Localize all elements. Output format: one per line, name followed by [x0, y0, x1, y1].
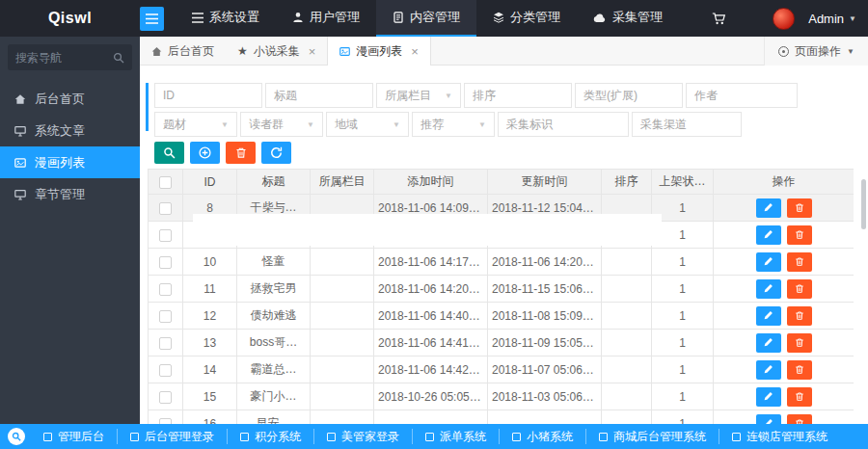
page-actions-button[interactable]: 页面操作 ▼: [764, 37, 868, 66]
topmenu-content-management[interactable]: 内容管理: [376, 0, 476, 37]
delete-row-button[interactable]: [787, 198, 812, 218]
filter-input-collect-channel[interactable]: [632, 112, 742, 137]
row-checkbox[interactable]: [159, 310, 172, 323]
filter-input-collect-mark[interactable]: [498, 112, 629, 137]
filter-input-type[interactable]: [575, 83, 683, 108]
tab-novel-collect[interactable]: ★ 小说采集 ×: [226, 37, 327, 66]
footer-link-xiaozhu-system[interactable]: 小猪系统: [499, 429, 585, 444]
tab-label: 后台首页: [168, 43, 214, 60]
sidebar-item-chapters[interactable]: 章节管理: [0, 178, 140, 210]
filter-input-author[interactable]: [686, 83, 798, 108]
row-checkbox[interactable]: [159, 256, 172, 269]
row-checkbox[interactable]: [159, 283, 172, 296]
footer-search-badge[interactable]: [8, 428, 25, 445]
select-all-checkbox[interactable]: [159, 176, 172, 189]
sidebar-item-articles[interactable]: 系统文章: [0, 115, 140, 146]
tab-bar: 后台首页 ★ 小说采集 × 漫画列表 × 页面操作 ▼: [140, 37, 868, 66]
footer-link-label: 商城后台管理系统: [613, 429, 706, 445]
footer-link-points-system[interactable]: 积分系统: [227, 429, 313, 444]
search-icon[interactable]: [113, 52, 124, 64]
refresh-button[interactable]: [261, 142, 291, 164]
delete-row-button[interactable]: [787, 279, 812, 299]
close-icon[interactable]: ×: [411, 44, 419, 59]
collapse-menu-button[interactable]: [140, 7, 164, 31]
topmenu-category-management[interactable]: 分类管理: [476, 0, 577, 37]
delete-row-button[interactable]: [787, 333, 812, 353]
topmenu-label: 用户管理: [310, 9, 360, 26]
filter-select-readers[interactable]: 读者群 ▼: [240, 112, 323, 137]
footer-link-admin-login[interactable]: 后台管理登录: [117, 429, 227, 444]
filter-input-id[interactable]: [154, 83, 262, 108]
cell-sort: [602, 410, 652, 425]
row-checkbox[interactable]: [159, 391, 172, 404]
trash-icon: [795, 364, 804, 375]
sidebar-item-comic-list[interactable]: 漫画列表: [0, 146, 140, 178]
edit-button[interactable]: [756, 306, 781, 326]
col-header-sort: 排序: [602, 170, 652, 195]
batch-delete-button[interactable]: [226, 142, 256, 164]
avatar[interactable]: [773, 8, 795, 30]
delete-row-button[interactable]: [787, 360, 812, 380]
footer-link-label: 小猪系统: [527, 429, 573, 445]
footer-link-chainstore-system[interactable]: 连锁店管理系统: [719, 429, 840, 444]
footer-link-admin[interactable]: 管理后台: [31, 429, 117, 444]
edit-button[interactable]: [756, 225, 781, 245]
delete-row-button[interactable]: [787, 225, 812, 245]
cell-status: 1: [652, 303, 714, 330]
filter-input-title[interactable]: [265, 83, 373, 108]
pencil-icon: [763, 364, 773, 375]
filter-select-genre[interactable]: 题材 ▼: [154, 112, 237, 137]
vertical-scrollbar-thumb[interactable]: [861, 179, 866, 229]
edit-button[interactable]: [756, 360, 781, 380]
edit-button[interactable]: [756, 198, 781, 218]
row-checkbox[interactable]: [159, 229, 172, 242]
filter-select-category[interactable]: 所属栏目 ▼: [376, 83, 461, 108]
edit-button[interactable]: [756, 252, 781, 272]
row-actions: [718, 414, 850, 425]
star-icon: ★: [237, 44, 248, 58]
delete-row-button[interactable]: [787, 387, 812, 407]
table-row: 12 债劫难逃 2018-11-06 14:40:23 2018-11-08 1…: [149, 303, 854, 330]
sidebar-search-input[interactable]: [15, 51, 113, 65]
cell-status: 1: [652, 276, 714, 303]
pencil-icon: [763, 337, 773, 348]
row-checkbox[interactable]: [159, 202, 172, 215]
layers-icon: [493, 12, 504, 23]
pencil-icon: [763, 229, 773, 240]
cell-category: [311, 303, 374, 330]
search-button[interactable]: [154, 142, 184, 164]
filter-select-recommend[interactable]: 推荐 ▼: [412, 112, 495, 137]
tab-home[interactable]: 后台首页: [140, 37, 226, 66]
filter-select-region[interactable]: 地域 ▼: [326, 112, 409, 137]
sidebar-item-home[interactable]: 后台首页: [0, 83, 140, 115]
edit-button[interactable]: [756, 333, 781, 353]
filter-row-1: 所属栏目 ▼: [154, 83, 798, 108]
cell-status: 1: [652, 249, 714, 276]
footer-link-dispatch-system[interactable]: 派单系统: [412, 429, 499, 444]
cell-category: [311, 330, 374, 357]
edit-button[interactable]: [756, 279, 781, 299]
user-menu[interactable]: Admin ▼: [808, 12, 856, 26]
delete-row-button[interactable]: [787, 252, 812, 272]
edit-button[interactable]: [756, 387, 781, 407]
row-checkbox[interactable]: [159, 337, 172, 350]
topmenu-collect-management[interactable]: 采集管理: [577, 0, 679, 37]
topmenu-system-settings[interactable]: 系统设置: [176, 0, 276, 37]
cell-category: [311, 383, 374, 410]
chevron-down-icon: ▼: [393, 120, 400, 129]
topmenu-user-management[interactable]: 用户管理: [276, 0, 376, 37]
edit-button[interactable]: [756, 414, 781, 425]
footer-link-icon: [43, 433, 52, 441]
cell-update-time: 2018-11-15 15:06:27: [488, 276, 602, 303]
add-button[interactable]: [190, 142, 220, 164]
footer-link-meiguanjia-login[interactable]: 美管家登录: [313, 429, 412, 444]
delete-row-button[interactable]: [787, 306, 812, 326]
filter-input-sort[interactable]: [464, 83, 572, 108]
cart-icon[interactable]: [712, 13, 726, 25]
tab-comic-list[interactable]: 漫画列表 ×: [327, 37, 431, 66]
row-checkbox[interactable]: [159, 364, 172, 377]
close-icon[interactable]: ×: [309, 44, 316, 59]
cell-title: 怪童: [237, 249, 311, 276]
delete-row-button[interactable]: [787, 414, 812, 425]
footer-link-mall-admin-system[interactable]: 商城后台管理系统: [585, 429, 719, 444]
